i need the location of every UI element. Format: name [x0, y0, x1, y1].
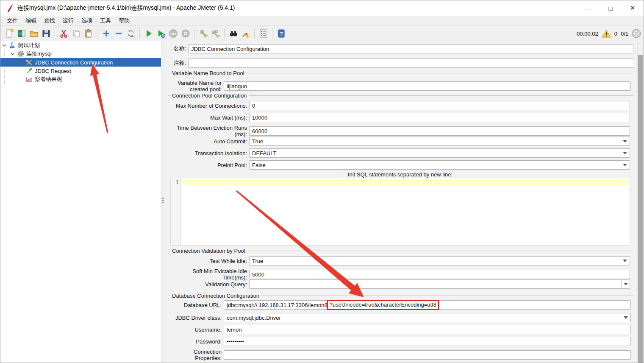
toolbar-separator [194, 28, 194, 39]
menu-bar: 文件 编辑 查找 运行 选项 工具 帮助 [0, 16, 644, 26]
transaction-isolation-value: DEFAULT [252, 150, 277, 156]
editor-current-line [182, 179, 629, 185]
connection-properties-input[interactable] [224, 350, 631, 360]
eviction-runs-value: 60000 [252, 128, 267, 134]
variable-name-label: Variable Name for created pool: [170, 80, 224, 92]
search-icon[interactable] [227, 27, 239, 40]
tree-item-jdbc-connection-configuration[interactable]: JDBC Connection Configuration [0, 58, 161, 67]
password-row: Password: ••••••••• [170, 337, 631, 346]
elapsed-time: 00:00:02 [577, 31, 598, 37]
tree-item-thread-group[interactable]: 连接mysql [0, 50, 161, 58]
function-helper-icon[interactable] [257, 27, 269, 40]
config-tool-icon [26, 59, 33, 66]
content-area: 测试计划 连接mysql JDBC Connection Configurati… [0, 41, 644, 363]
preinit-pool-select[interactable]: False [249, 160, 630, 170]
warning-count: 0 [614, 31, 617, 37]
test-while-idle-select[interactable]: True [249, 256, 630, 265]
name-value: JDBC Connection Configuration [191, 46, 269, 52]
thread-group-icon [17, 50, 24, 57]
username-value: lemon [227, 327, 242, 333]
variable-name-input[interactable]: lijianguo [224, 81, 631, 91]
database-url-row: Database URL: jdbc:mysql:// 192.168.31.1… [170, 300, 631, 310]
name-label: 名称: [170, 45, 188, 53]
chevron-down-icon[interactable] [11, 52, 15, 56]
jdbc-driver-value: com.mysql.jdbc.Driver [227, 315, 281, 321]
max-wait-input[interactable]: 10000 [249, 113, 630, 122]
menu-edit[interactable]: 编辑 [22, 16, 40, 25]
collapse-all-icon[interactable] [112, 27, 125, 40]
maximize-button[interactable]: □ [600, 0, 622, 16]
name-input[interactable]: JDBC Connection Configuration [188, 44, 633, 53]
chevron-down-icon [623, 260, 627, 262]
stop-icon[interactable]: STOP [167, 27, 179, 40]
transaction-isolation-label: Transaction Isolation: [170, 150, 249, 156]
jdbc-driver-select[interactable]: com.mysql.jdbc.Driver [224, 313, 631, 322]
vertical-scrollbar[interactable] [637, 41, 644, 363]
cut-icon[interactable] [58, 27, 70, 40]
connection-status-icon [632, 29, 641, 38]
new-file-icon[interactable] [3, 27, 15, 40]
open-file-icon[interactable] [28, 27, 40, 40]
preinit-pool-label: Preinit Pool: [170, 162, 249, 168]
password-input[interactable]: ••••••••• [224, 337, 631, 346]
chevron-down-icon [623, 152, 627, 154]
init-sql-editor[interactable]: 1 [170, 178, 630, 246]
splitter-grip[interactable] [162, 197, 164, 204]
thread-status: 0/1 [621, 31, 628, 37]
menu-file[interactable]: 文件 [3, 16, 22, 25]
clear-icon[interactable] [197, 27, 209, 40]
chevron-down-icon[interactable] [2, 43, 6, 47]
scrollbar-thumb[interactable] [638, 55, 643, 363]
clear-all-icon[interactable] [209, 27, 222, 40]
chevron-down-icon [624, 316, 628, 319]
shutdown-icon[interactable] [179, 27, 192, 40]
transaction-isolation-row: Transaction Isolation: DEFAULT [170, 148, 630, 158]
database-url-input[interactable]: jdbc:mysql:// 192.168.31.17:3306/lemon8?… [224, 300, 631, 310]
tree-item-view-results-tree[interactable]: 察看结果树 [0, 75, 161, 84]
close-button[interactable]: ✕ [622, 0, 644, 16]
auto-commit-select[interactable]: True [249, 137, 630, 146]
max-connections-label: Max Number of Connections: [170, 103, 249, 109]
results-tree-icon [26, 76, 33, 83]
max-wait-row: Max Wait (ms): 10000 [170, 113, 630, 122]
warning-icon[interactable] [602, 29, 611, 38]
save-icon[interactable] [40, 27, 52, 40]
help-icon[interactable]: ? [275, 27, 287, 40]
group-title-database-connection-configuration: Database Connection Configuration [168, 293, 633, 299]
editor-gutter: 1 [171, 178, 181, 245]
comment-label: 注释: [170, 59, 188, 67]
max-connections-input[interactable]: 0 [249, 101, 630, 110]
menu-run[interactable]: 运行 [59, 16, 78, 25]
eviction-runs-input[interactable]: 60000 [249, 126, 630, 136]
toggle-icon[interactable] [125, 27, 137, 40]
variable-name-value: lijianguo [227, 83, 247, 89]
menu-help[interactable]: 帮助 [115, 16, 133, 25]
svg-text:STOP: STOP [170, 32, 176, 35]
tree-item-test-plan[interactable]: 测试计划 [0, 41, 161, 50]
username-input[interactable]: lemon [224, 325, 631, 334]
menu-tools[interactable]: 工具 [96, 16, 115, 25]
paste-icon[interactable] [82, 27, 94, 40]
combo-dropdown-button[interactable] [621, 279, 630, 289]
comment-input[interactable] [188, 59, 634, 68]
copy-icon[interactable] [70, 27, 82, 40]
menu-options[interactable]: 选项 [78, 16, 96, 25]
open-template-icon[interactable] [15, 27, 28, 40]
tree-item-jdbc-request[interactable]: JDBC Request [0, 67, 161, 75]
test-while-idle-label: Test While Idle: [170, 258, 249, 264]
group-title-variable-name-bound-to-pool: Variable Name Bound to Pool [168, 70, 633, 76]
start-no-timers-icon[interactable] [155, 27, 167, 40]
soft-min-evictable-input[interactable]: 5000 [249, 270, 630, 279]
max-connections-value: 0 [252, 103, 255, 109]
reset-search-icon[interactable] [239, 27, 252, 40]
validation-query-row: Validation Query: [170, 279, 630, 289]
transaction-isolation-select[interactable]: DEFAULT [249, 148, 630, 158]
expand-all-icon[interactable] [100, 27, 112, 40]
validation-query-combo[interactable] [249, 279, 630, 289]
toolbar: STOP ? 00:00:02 0 0/1 [0, 26, 644, 41]
panel-splitter[interactable] [162, 41, 165, 363]
menu-search[interactable]: 查找 [40, 16, 59, 25]
sampler-dropper-icon [26, 67, 33, 74]
minimize-button[interactable]: — [577, 0, 600, 16]
start-icon[interactable] [142, 27, 155, 40]
